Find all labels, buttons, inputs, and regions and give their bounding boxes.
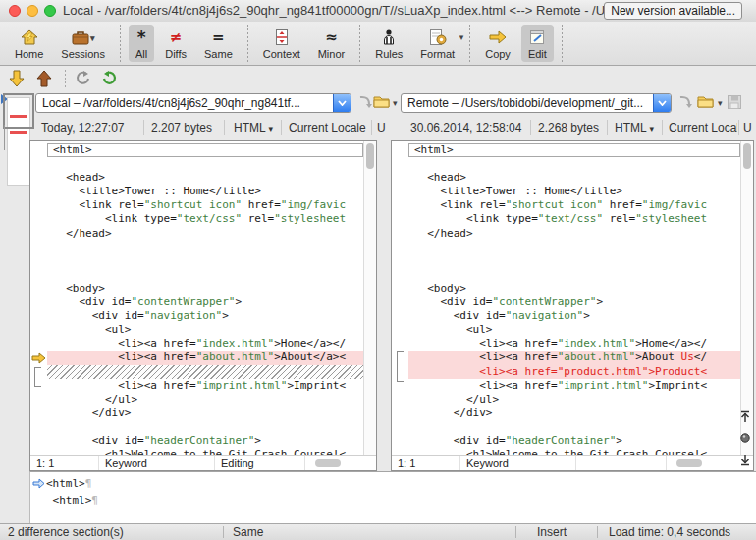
left-gutter [30, 141, 47, 455]
close-button[interactable] [9, 5, 21, 17]
edit-button[interactable]: Edit [521, 25, 554, 62]
code-line[interactable] [408, 241, 740, 254]
chevron-down-icon: ▾ [459, 32, 464, 42]
code-line[interactable]: <li><a href="product.html">Product< [408, 365, 740, 379]
code-line[interactable]: <body> [47, 282, 363, 296]
filter-same-button[interactable]: = Same [197, 25, 240, 62]
left-file-combo[interactable]: Local – /var/folders/4t/cn8j4j6s2_90qhr_… [35, 93, 351, 113]
right-encoding[interactable]: Current Local [669, 121, 737, 135]
right-format-dropdown[interactable]: HTML ▾ [615, 121, 654, 135]
code-line[interactable]: <div id="contentWrapper"> [47, 296, 363, 309]
code-line[interactable]: </ul> [47, 393, 363, 406]
output-line[interactable]: <html>¶ [30, 492, 756, 509]
code-line[interactable] [408, 254, 740, 268]
code-line[interactable]: <ul> [47, 323, 363, 337]
code-line[interactable] [47, 420, 363, 434]
code-line[interactable]: <li><a href="index.html">Home</a></ [47, 337, 363, 351]
code-line[interactable] [47, 365, 363, 379]
code-line[interactable]: <title>Tower :: Home</title> [47, 185, 363, 198]
not-equal-icon: ≠ [170, 27, 183, 47]
merged-output-panel[interactable]: <html>¶ <html>¶ [29, 471, 756, 523]
rules-button[interactable]: Rules [368, 25, 409, 62]
chevron-down-icon[interactable] [333, 94, 351, 112]
format-button[interactable]: ▾ Format [413, 25, 461, 62]
recompare-button[interactable] [101, 70, 119, 87]
left-jump-button[interactable] [357, 94, 373, 114]
code-line[interactable]: <div id="contentWrapper"> [408, 296, 740, 309]
center-link-button[interactable] [738, 430, 752, 446]
code-line[interactable]: <link rel="shortcut icon" href="img/favi… [47, 198, 363, 212]
code-line[interactable]: <li><a href="about.html">About</a>< [47, 351, 363, 364]
code-line[interactable]: <ul> [408, 323, 740, 337]
code-line[interactable]: <li><a href="imprint.html">Imprint< [47, 379, 363, 393]
code-line[interactable]: </head> [47, 227, 363, 241]
minor-button[interactable]: ≈ Minor [311, 25, 352, 62]
left-format-dropdown[interactable]: HTML ▾ [234, 121, 273, 135]
code-line[interactable]: <title>Tower :: Home</title> [408, 185, 740, 198]
code-line[interactable] [47, 254, 363, 268]
left-code-editor[interactable]: <html> <head> <title>Tower :: Home</titl… [47, 141, 363, 455]
minimize-button[interactable] [27, 5, 38, 17]
code-line[interactable]: </ul> [408, 393, 740, 406]
code-line[interactable] [408, 157, 740, 171]
code-line[interactable]: <li><a href="about.html">About Us</ [408, 351, 740, 364]
code-line[interactable]: <h1>Welcome to the Git Crash Course!< [47, 448, 363, 455]
update-notice-button[interactable]: New version available... [604, 2, 742, 20]
filter-diffs-button[interactable]: ≠ Diffs [158, 25, 193, 62]
code-line[interactable]: <div id="headerContainer"> [408, 434, 740, 448]
align-top-button[interactable] [738, 408, 752, 424]
prev-diff-button[interactable] [35, 70, 53, 87]
left-scrollbar-thumb[interactable] [366, 143, 374, 169]
code-line[interactable]: <link type="text/css" rel="stylesheet [408, 212, 740, 226]
sessions-button[interactable]: ▾ Sessions [54, 25, 112, 62]
chevron-down-icon[interactable]: ▾ [393, 98, 398, 108]
home-button[interactable]: Home [8, 25, 50, 62]
right-open-folder-button[interactable] [697, 94, 714, 113]
right-jump-button[interactable] [677, 94, 693, 114]
save-button[interactable] [727, 94, 742, 114]
code-line[interactable]: <h1>Welcome to the Git Crash Course!< [408, 448, 740, 455]
code-line[interactable]: <div id="navigation"> [47, 309, 363, 323]
chevron-down-icon[interactable]: ▾ [718, 98, 723, 108]
right-code-editor[interactable]: <html> <head> <title>Tower :: Home</titl… [408, 141, 740, 455]
right-line-ending[interactable]: U [743, 121, 753, 135]
code-line[interactable]: <div id="headerContainer"> [47, 434, 363, 448]
home-icon [20, 27, 39, 47]
right-editor-pane: <html> <head> <title>Tower :: Home</titl… [391, 140, 754, 471]
code-line[interactable]: <head> [47, 171, 363, 185]
code-line[interactable]: <li><a href="index.html">Home</a></ [408, 337, 740, 351]
code-line[interactable]: <li><a href="imprint.html">Imprint< [408, 379, 740, 393]
left-encoding[interactable]: Current Locale (UT [289, 121, 369, 135]
code-line[interactable]: <link rel="shortcut icon" href="img/favi… [408, 198, 740, 212]
chevron-down-icon[interactable] [653, 94, 671, 112]
code-line[interactable]: <html> [47, 143, 363, 157]
info-separator [143, 120, 144, 135]
code-line[interactable] [47, 268, 363, 282]
code-line[interactable] [408, 420, 740, 434]
context-button[interactable]: Context [256, 25, 307, 62]
next-diff-button[interactable] [8, 70, 26, 87]
copy-button[interactable]: Copy [478, 25, 517, 62]
code-line[interactable]: </head> [408, 227, 740, 241]
zoom-button[interactable] [44, 5, 56, 17]
align-bottom-button[interactable] [738, 452, 752, 467]
left-open-folder-button[interactable] [373, 94, 390, 113]
code-line[interactable]: <div id="navigation"> [408, 309, 740, 323]
code-line[interactable]: <html> [408, 143, 740, 157]
right-scrollbar-thumb[interactable] [743, 143, 751, 169]
filter-all-button[interactable]: * All [129, 25, 154, 62]
minimap-viewport[interactable] [3, 93, 34, 129]
code-line[interactable] [47, 157, 363, 171]
code-line[interactable]: <head> [408, 171, 740, 185]
code-line[interactable]: <link type="text/css" rel="stylesheet [47, 212, 363, 226]
left-line-ending[interactable]: U [377, 121, 387, 135]
code-line[interactable]: </div> [47, 406, 363, 420]
code-line[interactable] [408, 268, 740, 282]
code-line[interactable] [47, 241, 363, 254]
code-line[interactable]: <body> [408, 282, 740, 296]
right-file-combo[interactable]: Remote – /Users/tobidobi/development/_gi… [401, 93, 672, 113]
output-line[interactable]: <html>¶ [30, 475, 756, 492]
code-line[interactable]: </div> [408, 406, 740, 420]
left-scrollbar[interactable] [363, 141, 376, 455]
resync-button[interactable] [74, 70, 91, 87]
